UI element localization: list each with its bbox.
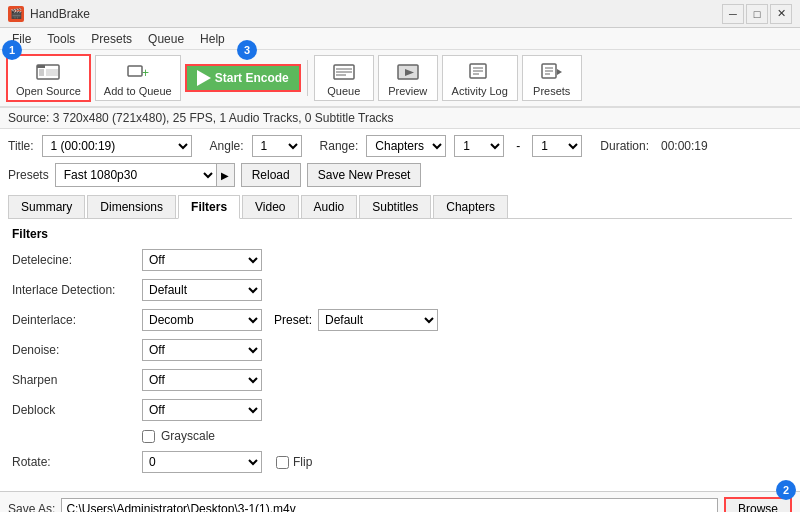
range-to-select[interactable]: 1 <box>532 135 582 157</box>
duration-value: 00:00:19 <box>661 139 708 153</box>
flip-checkbox[interactable] <box>276 456 289 469</box>
add-to-queue-icon: + <box>126 59 150 83</box>
menu-queue[interactable]: Queue <box>140 30 192 48</box>
deblock-label: Deblock <box>12 403 142 417</box>
detelecine-select[interactable]: Off <box>142 249 262 271</box>
presets-value-select[interactable]: Fast 1080p30 <box>56 164 216 186</box>
save-new-preset-button[interactable]: Save New Preset <box>307 163 422 187</box>
title-bar-left: 🎬 HandBrake <box>8 6 90 22</box>
sharpen-select[interactable]: Off <box>142 369 262 391</box>
presets-arrow-button[interactable]: ▶ <box>216 164 234 186</box>
deinterlace-label: Deinterlace: <box>12 313 142 327</box>
deinterlace-preset-select[interactable]: Default <box>318 309 438 331</box>
interlace-detection-row: Interlace Detection: Default <box>12 279 788 301</box>
title-label: Title: <box>8 139 34 153</box>
reload-button[interactable]: Reload <box>241 163 301 187</box>
menu-presets[interactable]: Presets <box>83 30 140 48</box>
play-icon <box>197 70 211 86</box>
presets-label: Presets <box>8 168 49 182</box>
open-source-button[interactable]: Open Source <box>6 54 91 102</box>
title-row: Title: 1 (00:00:19) Angle: 1 Range: Chap… <box>8 135 792 157</box>
activity-log-label: Activity Log <box>452 85 508 97</box>
rotate-select[interactable]: 0 <box>142 451 262 473</box>
range-type-select[interactable]: Chapters <box>366 135 446 157</box>
tab-video[interactable]: Video <box>242 195 298 218</box>
title-bar: 🎬 HandBrake ─ □ ✕ <box>0 0 800 28</box>
denoise-select[interactable]: Off <box>142 339 262 361</box>
interlace-detection-select[interactable]: Default <box>142 279 262 301</box>
filters-title: Filters <box>12 227 788 241</box>
open-source-icon <box>36 59 60 83</box>
deinterlace-select[interactable]: Decomb <box>142 309 262 331</box>
detelecine-label: Detelecine: <box>12 253 142 267</box>
deblock-select[interactable]: Off <box>142 399 262 421</box>
sharpen-row: Sharpen Off <box>12 369 788 391</box>
activity-log-icon <box>468 59 492 83</box>
window-controls: ─ □ ✕ <box>722 4 792 24</box>
deinterlace-row: Deinterlace: Decomb Preset: Default <box>12 309 788 331</box>
minimize-button[interactable]: ─ <box>722 4 744 24</box>
main-area: Title: 1 (00:00:19) Angle: 1 Range: Chap… <box>0 129 800 491</box>
badge-1: 1 <box>2 40 22 60</box>
svg-rect-4 <box>128 66 142 76</box>
menu-tools[interactable]: Tools <box>39 30 83 48</box>
presets-button[interactable]: Presets <box>522 55 582 101</box>
svg-rect-1 <box>37 65 45 68</box>
svg-rect-3 <box>46 69 58 76</box>
save-as-label: Save As: <box>8 502 55 512</box>
detelecine-row: Detelecine: Off <box>12 249 788 271</box>
deblock-row: Deblock Off <box>12 399 788 421</box>
add-to-queue-label: Add to Queue <box>104 85 172 97</box>
tab-summary[interactable]: Summary <box>8 195 85 218</box>
range-from-select[interactable]: 1 <box>454 135 504 157</box>
preview-icon <box>396 59 420 83</box>
tab-filters[interactable]: Filters <box>178 195 240 219</box>
deinterlace-preset-label: Preset: <box>274 313 312 327</box>
grayscale-checkbox[interactable] <box>142 430 155 443</box>
badge-3: 3 <box>237 40 257 60</box>
angle-label: Angle: <box>210 139 244 153</box>
activity-log-button[interactable]: Activity Log <box>442 55 518 101</box>
source-label: Source: <box>8 111 49 125</box>
sharpen-label: Sharpen <box>12 373 142 387</box>
open-source-label: Open Source <box>16 85 81 97</box>
preview-button[interactable]: Preview <box>378 55 438 101</box>
menu-bar: File Tools Presets Queue Help <box>0 28 800 50</box>
presets-label: Presets <box>533 85 570 97</box>
queue-button[interactable]: Queue <box>314 55 374 101</box>
filters-section: Filters Detelecine: Off Interlace Detect… <box>8 227 792 473</box>
presets-select-container: Fast 1080p30 ▶ <box>55 163 235 187</box>
save-as-input[interactable] <box>61 498 718 512</box>
tab-subtitles[interactable]: Subtitles <box>359 195 431 218</box>
tabs: Summary Dimensions Filters Video Audio S… <box>8 195 792 219</box>
svg-marker-20 <box>557 69 562 75</box>
content-wrapper: Title: 1 (00:00:19) Angle: 1 Range: Chap… <box>0 129 800 512</box>
title-select[interactable]: 1 (00:00:19) <box>42 135 192 157</box>
app-icon: 🎬 <box>8 6 24 22</box>
grayscale-row: Grayscale <box>12 429 788 443</box>
tab-dimensions[interactable]: Dimensions <box>87 195 176 218</box>
grayscale-label: Grayscale <box>161 429 215 443</box>
queue-label: Queue <box>327 85 360 97</box>
menu-help[interactable]: Help <box>192 30 233 48</box>
svg-rect-2 <box>39 69 44 76</box>
presets-row: Presets Fast 1080p30 ▶ Reload Save New P… <box>8 163 792 187</box>
range-separator: - <box>512 139 524 153</box>
maximize-button[interactable]: □ <box>746 4 768 24</box>
start-encode-button[interactable]: Start Encode <box>185 64 301 92</box>
rotate-label: Rotate: <box>12 455 142 469</box>
badge-2: 2 <box>776 480 796 500</box>
duration-label: Duration: <box>600 139 649 153</box>
add-to-queue-button[interactable]: + Add to Queue <box>95 55 181 101</box>
tab-chapters[interactable]: Chapters <box>433 195 508 218</box>
interlace-detection-label: Interlace Detection: <box>12 283 142 297</box>
tab-audio[interactable]: Audio <box>301 195 358 218</box>
flip-label: Flip <box>293 455 312 469</box>
close-button[interactable]: ✕ <box>770 4 792 24</box>
toolbar: 1 Open Source + Add to Queue 3 Start Enc… <box>0 50 800 108</box>
queue-icon <box>332 59 356 83</box>
denoise-row: Denoise: Off <box>12 339 788 361</box>
toolbar-separator-1 <box>307 60 308 96</box>
angle-select[interactable]: 1 <box>252 135 302 157</box>
source-value: 3 720x480 (721x480), 25 FPS, 1 Audio Tra… <box>53 111 394 125</box>
